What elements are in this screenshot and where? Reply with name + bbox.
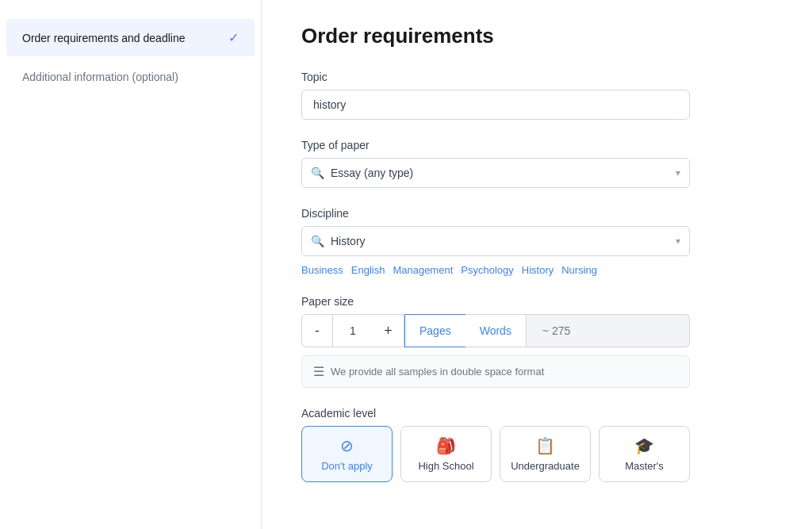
discipline-label: Discipline: [301, 207, 772, 220]
undergraduate-label: Undergraduate: [511, 460, 580, 472]
main-content: Order requirements Topic Type of paper 🔍…: [262, 0, 812, 529]
undergraduate-icon: 📋: [535, 436, 555, 455]
type-of-paper-select[interactable]: Essay (any type) Research Paper Term Pap…: [301, 158, 690, 188]
approx-value: ~ 275: [527, 314, 690, 347]
academic-level-row: ⊘ Don't apply 🎒 High School 📋 Undergradu…: [301, 426, 690, 482]
level-card-high-school[interactable]: 🎒 High School: [400, 426, 492, 482]
topic-input[interactable]: [301, 90, 690, 120]
dont-apply-label: Don't apply: [321, 460, 373, 472]
masters-label: Master's: [625, 460, 664, 472]
quantity-value: 1: [333, 314, 373, 347]
level-card-dont-apply[interactable]: ⊘ Don't apply: [301, 426, 393, 482]
page-title: Order requirements: [301, 24, 772, 48]
quick-tag-english[interactable]: English: [351, 264, 385, 276]
type-of-paper-wrapper: 🔍 Essay (any type) Research Paper Term P…: [301, 158, 690, 188]
quick-tag-psychology[interactable]: Psychology: [461, 264, 513, 276]
words-button[interactable]: Words: [465, 314, 527, 347]
high-school-label: High School: [418, 460, 473, 472]
topic-section: Topic: [301, 71, 772, 120]
discipline-section: Discipline 🔍 History Business English Ma…: [301, 207, 772, 276]
check-icon: ✓: [228, 30, 239, 45]
unit-toggle: Pages Words: [404, 314, 527, 347]
sidebar-item-additional-label: Additional information (optional): [22, 71, 178, 83]
academic-level-section: Academic level ⊘ Don't apply 🎒 High Scho…: [301, 407, 772, 482]
academic-level-label: Academic level: [301, 407, 772, 420]
sidebar-item-order-label: Order requirements and deadline: [22, 32, 185, 44]
high-school-icon: 🎒: [436, 436, 456, 455]
quick-tag-management[interactable]: Management: [393, 264, 453, 276]
sidebar-item-additional-info[interactable]: Additional information (optional): [6, 59, 255, 94]
level-card-masters[interactable]: 🎓 Master's: [599, 426, 690, 482]
increment-button[interactable]: +: [373, 314, 404, 347]
dont-apply-icon: ⊘: [340, 436, 354, 455]
decrement-button[interactable]: -: [301, 314, 333, 347]
paper-size-row: - 1 + Pages Words ~ 275: [301, 314, 690, 347]
quick-tag-nursing[interactable]: Nursing: [561, 264, 597, 276]
type-of-paper-label: Type of paper: [301, 139, 772, 151]
double-space-icon: ☰: [313, 364, 324, 379]
discipline-wrapper: 🔍 History Business English Management Ps…: [301, 226, 690, 256]
double-space-text: We provide all samples in double space f…: [331, 366, 544, 378]
double-space-note: ☰ We provide all samples in double space…: [301, 355, 690, 388]
sidebar-item-order-requirements[interactable]: Order requirements and deadline ✓: [6, 19, 255, 56]
quick-tag-history[interactable]: History: [522, 264, 553, 276]
level-card-undergraduate[interactable]: 📋 Undergraduate: [500, 426, 591, 482]
masters-icon: 🎓: [634, 436, 654, 455]
paper-size-section: Paper size - 1 + Pages Words ~ 275 ☰ We …: [301, 295, 772, 388]
discipline-quick-tags: Business English Management Psychology H…: [301, 264, 772, 276]
type-of-paper-section: Type of paper 🔍 Essay (any type) Researc…: [301, 139, 772, 188]
pages-button[interactable]: Pages: [404, 314, 465, 347]
topic-label: Topic: [301, 71, 772, 83]
discipline-select[interactable]: History Business English Management Psyc…: [301, 226, 690, 256]
quick-tag-business[interactable]: Business: [301, 264, 343, 276]
sidebar: Order requirements and deadline ✓ Additi…: [0, 0, 262, 529]
paper-size-label: Paper size: [301, 295, 772, 308]
